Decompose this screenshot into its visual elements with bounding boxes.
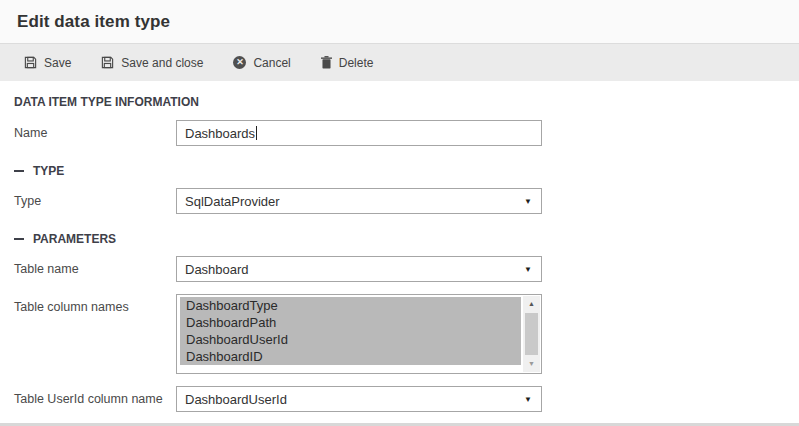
scrollbar[interactable]: ▲ ▼ (523, 296, 540, 372)
table-userid-select[interactable]: DashboardUserId ▼ (176, 386, 542, 412)
delete-button-label: Delete (339, 56, 374, 70)
page-title: Edit data item type (17, 12, 170, 32)
chevron-down-icon: ▼ (524, 395, 532, 404)
cancel-icon: ✕ (233, 56, 246, 69)
table-name-row: Table name Dashboard ▼ (14, 256, 799, 282)
save-and-close-icon (101, 56, 114, 69)
delete-icon (321, 56, 332, 69)
type-label: Type (14, 188, 176, 214)
text-caret (256, 126, 257, 140)
listbox-option[interactable]: DashboardType (180, 297, 521, 314)
save-button-label: Save (44, 56, 71, 70)
table-userid-row: Table UserId column name DashboardUserId… (14, 386, 799, 412)
table-columns-listbox[interactable]: DashboardType DashboardPath DashboardUse… (176, 294, 542, 374)
save-icon (24, 56, 37, 69)
section-header-type: TYPE (14, 164, 799, 178)
table-name-select[interactable]: Dashboard ▼ (176, 256, 542, 282)
listbox-option[interactable]: DashboardID (180, 348, 521, 365)
chevron-down-icon: ▼ (524, 265, 532, 274)
delete-button[interactable]: Delete (321, 56, 374, 70)
name-row: Name Dashboards (14, 120, 799, 146)
table-name-label: Table name (14, 256, 176, 282)
name-input[interactable]: Dashboards (176, 120, 542, 146)
table-name-select-value: Dashboard (185, 262, 249, 277)
collapse-icon[interactable] (14, 238, 24, 240)
toolbar: Save Save and close ✕ Cancel (0, 44, 799, 81)
page-header: Edit data item type (0, 0, 799, 44)
listbox-option[interactable]: DashboardPath (180, 314, 521, 331)
name-label: Name (14, 120, 176, 146)
save-and-close-button[interactable]: Save and close (101, 56, 203, 70)
name-input-value: Dashboards (185, 126, 255, 141)
form-content: DATA ITEM TYPE INFORMATION Name Dashboar… (0, 81, 799, 412)
scrollbar-thumb[interactable] (525, 313, 538, 355)
scroll-up-icon[interactable]: ▲ (523, 297, 540, 311)
collapse-icon[interactable] (14, 170, 24, 172)
cancel-button-label: Cancel (253, 56, 290, 70)
type-select[interactable]: SqlDataProvider ▼ (176, 188, 542, 214)
table-columns-row: Table column names DashboardType Dashboa… (14, 294, 799, 374)
section-header-parameters: PARAMETERS (14, 232, 799, 246)
table-userid-label: Table UserId column name (14, 386, 176, 412)
section-title-parameters: PARAMETERS (33, 232, 116, 246)
chevron-down-icon: ▼ (524, 197, 532, 206)
table-userid-select-value: DashboardUserId (185, 392, 287, 407)
section-title-info: DATA ITEM TYPE INFORMATION (14, 95, 799, 109)
cancel-button[interactable]: ✕ Cancel (233, 56, 290, 70)
edit-data-item-type-panel: Edit data item type Save Save and cl (0, 0, 799, 426)
type-select-value: SqlDataProvider (185, 194, 280, 209)
section-title-type: TYPE (33, 164, 64, 178)
scroll-down-icon[interactable]: ▼ (523, 357, 540, 371)
type-row: Type SqlDataProvider ▼ (14, 188, 799, 214)
save-button[interactable]: Save (24, 56, 71, 70)
save-and-close-button-label: Save and close (121, 56, 203, 70)
table-columns-label: Table column names (14, 294, 176, 374)
listbox-option[interactable]: DashboardUserId (180, 331, 521, 348)
